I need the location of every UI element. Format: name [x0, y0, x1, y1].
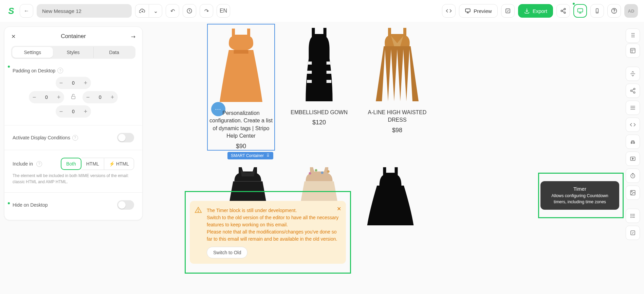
check-button[interactable]: [626, 226, 640, 240]
share-button[interactable]: [556, 4, 570, 18]
video-button[interactable]: [626, 152, 640, 166]
svg-point-41: [631, 191, 632, 192]
help-icon[interactable]: ?: [72, 135, 78, 141]
plus-button[interactable]: +: [53, 91, 64, 103]
svg-point-3: [564, 8, 566, 10]
product-image: [210, 24, 272, 106]
product-card[interactable]: A-LINE HIGH WAISTED DRESS $98: [363, 24, 431, 151]
tab-styles[interactable]: Styles: [53, 47, 94, 58]
svg-rect-17: [327, 71, 331, 74]
align-button[interactable]: [626, 67, 640, 81]
mobile-icon: [594, 8, 600, 14]
minus-button[interactable]: −: [56, 105, 67, 118]
mobile-view-button[interactable]: [590, 4, 604, 18]
drag-grid-button[interactable]: ⠿: [626, 29, 640, 43]
list-button[interactable]: [626, 209, 640, 223]
padding-top-stepper[interactable]: − 0 +: [56, 77, 91, 89]
svg-marker-38: [632, 158, 634, 160]
minus-button[interactable]: −: [82, 91, 93, 103]
svg-point-29: [633, 88, 635, 90]
checklist-icon: [505, 8, 511, 14]
share-icon: [560, 8, 566, 14]
plus-button[interactable]: +: [80, 77, 91, 89]
history-icon: [186, 8, 192, 14]
warning-icon: [195, 206, 202, 215]
stripo-logo: S: [6, 6, 16, 16]
code-button[interactable]: [442, 4, 456, 18]
svg-rect-15: [307, 80, 312, 83]
code-rail-button[interactable]: [626, 118, 640, 132]
amp-icon: ⚡: [109, 161, 115, 167]
warning-close-button[interactable]: ✕: [337, 206, 341, 212]
svg-point-10: [614, 12, 614, 12]
redo-button[interactable]: ↷: [200, 4, 213, 18]
code-icon: [630, 122, 636, 128]
include-both-button[interactable]: Both: [61, 158, 81, 170]
check-icon: [630, 230, 636, 236]
activate-conditions-label: Activate Display Conditions: [13, 135, 70, 140]
help-icon[interactable]: ?: [36, 161, 42, 167]
preview-button[interactable]: Preview: [459, 4, 497, 18]
indicator-dot: [8, 202, 10, 204]
help-button[interactable]: [607, 4, 621, 18]
minus-button[interactable]: −: [56, 77, 67, 89]
svg-point-30: [630, 90, 632, 92]
cloud-dropdown-button[interactable]: ⌄: [149, 4, 162, 18]
svg-rect-18: [327, 80, 331, 83]
include-amp-button[interactable]: ⚡ HTML: [104, 158, 134, 170]
lock-icon[interactable]: [70, 93, 76, 101]
product-price: $90: [208, 143, 274, 150]
padding-left-stepper[interactable]: − 0 +: [29, 91, 64, 103]
user-avatar[interactable]: AD: [624, 4, 638, 18]
padding-bottom-stepper[interactable]: − 0 +: [56, 105, 91, 118]
undo-button[interactable]: ↶: [166, 4, 179, 18]
help-icon[interactable]: ?: [57, 68, 63, 73]
product-image: [289, 24, 350, 105]
message-title-input[interactable]: [37, 4, 132, 18]
tooltip-title: Timer: [547, 186, 612, 192]
structure-button[interactable]: [626, 101, 640, 115]
language-button[interactable]: EN: [217, 4, 230, 18]
cloud-upload-button[interactable]: [135, 4, 149, 18]
cloud-upload-icon: [139, 8, 145, 14]
product-card-selected[interactable]: Personalization configuration. Create a …: [207, 24, 275, 151]
image-button[interactable]: [626, 186, 640, 200]
align-icon: [630, 71, 636, 77]
svg-point-31: [633, 92, 635, 93]
svg-rect-14: [307, 71, 312, 74]
svg-rect-11: [72, 96, 75, 99]
timer-button[interactable]: [626, 169, 640, 183]
include-html-button[interactable]: HTML: [81, 158, 104, 170]
right-toolbar: ⠿: [626, 49, 640, 240]
checklist-button[interactable]: [501, 4, 515, 18]
export-icon: [524, 8, 530, 14]
panel-close-button[interactable]: ✕: [11, 33, 16, 40]
drag-handle-icon[interactable]: ⠿: [266, 153, 270, 158]
padding-right-stepper[interactable]: − 0 +: [82, 91, 118, 103]
svg-rect-25: [630, 48, 635, 53]
layout-button[interactable]: [626, 44, 640, 58]
timer-icon: [630, 173, 636, 179]
panel-expand-button[interactable]: ↗: [129, 33, 137, 40]
plus-button[interactable]: +: [107, 91, 118, 103]
product-card[interactable]: EMBELLISHED GOWN $120: [285, 24, 353, 151]
preview-label: Preview: [474, 8, 492, 14]
history-button[interactable]: [183, 4, 196, 18]
image-icon: [630, 190, 636, 196]
back-button[interactable]: ←: [20, 4, 33, 18]
smart-container-tag[interactable]: SMART Container ⠿: [227, 152, 273, 159]
activate-conditions-toggle[interactable]: [117, 133, 134, 142]
plus-button[interactable]: +: [80, 105, 91, 118]
minus-button[interactable]: −: [29, 91, 40, 103]
export-button[interactable]: Export: [518, 4, 553, 18]
container-panel: ✕ Container ↗ Settings Styles Data Paddi…: [4, 27, 143, 220]
product-card[interactable]: [360, 164, 421, 229]
car-button[interactable]: [626, 135, 640, 149]
switch-to-old-button[interactable]: Switch to Old: [207, 247, 247, 258]
svg-point-19: [309, 172, 311, 174]
tab-settings[interactable]: Settings: [12, 47, 53, 58]
hide-desktop-toggle[interactable]: [117, 200, 134, 210]
share-rail-button[interactable]: [626, 84, 640, 98]
tab-data[interactable]: Data: [94, 47, 134, 58]
desktop-view-button[interactable]: [573, 4, 587, 18]
